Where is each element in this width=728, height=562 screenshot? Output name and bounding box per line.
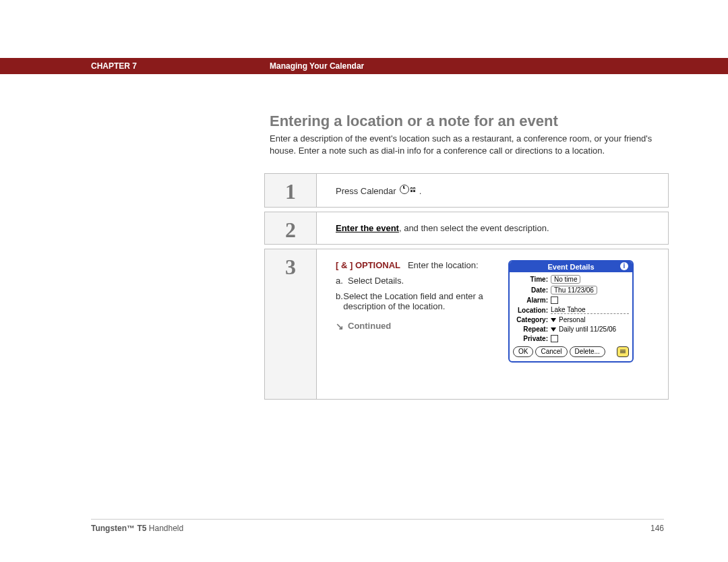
location-row: Location: Lake Tahoe bbox=[513, 306, 629, 314]
dialog-title: Event Details bbox=[547, 263, 594, 271]
step-number-cell: 2 bbox=[264, 212, 317, 245]
alarm-label: Alarm: bbox=[513, 296, 548, 304]
substep-list: a. Select Details. b. Select the Locatio… bbox=[336, 276, 496, 311]
note-button[interactable] bbox=[617, 346, 629, 357]
step-text-after: . bbox=[419, 186, 422, 196]
step-body: [ & ] OPTIONAL Enter the location: a. Se… bbox=[317, 249, 669, 400]
date-label: Date: bbox=[513, 286, 548, 294]
delete-button[interactable]: Delete... bbox=[570, 346, 605, 357]
step-text: , and then select the event description. bbox=[399, 223, 549, 233]
section-heading: Entering a location or a note for an eve… bbox=[270, 113, 558, 130]
repeat-row: Repeat: Daily until 11/25/06 bbox=[513, 325, 629, 333]
alarm-checkbox[interactable] bbox=[551, 296, 558, 304]
dialog-title-bar: Event Details i bbox=[510, 261, 632, 272]
step-2: 2 Enter the event, and then select the e… bbox=[264, 212, 669, 245]
optional-text: Enter the location: bbox=[408, 260, 479, 270]
step-number: 2 bbox=[285, 218, 296, 243]
step-text: Press Calendar bbox=[336, 186, 398, 196]
step-number: 1 bbox=[285, 179, 296, 204]
event-details-dialog: Event Details i Time: No time Date: Thu … bbox=[508, 260, 634, 363]
time-selector[interactable]: No time bbox=[551, 275, 580, 284]
continue-arrow-icon: ↘ bbox=[336, 321, 344, 331]
repeat-value[interactable]: Daily until 11/25/06 bbox=[559, 325, 616, 333]
category-value[interactable]: Personal bbox=[559, 316, 585, 323]
step-number: 3 bbox=[285, 255, 296, 280]
continued-text: Continued bbox=[348, 321, 391, 331]
step-body: Enter the event, and then select the eve… bbox=[317, 212, 669, 245]
clock-icon bbox=[400, 185, 409, 194]
list-marker: b. bbox=[336, 291, 343, 311]
chapter-label: CHAPTER 7 bbox=[91, 61, 137, 71]
calendar-dots-icon bbox=[411, 187, 415, 192]
product-name: Tungsten™ T5 Handheld bbox=[91, 524, 183, 533]
date-row: Date: Thu 11/23/06 bbox=[513, 286, 629, 294]
date-selector[interactable]: Thu 11/23/06 bbox=[551, 286, 597, 294]
time-row: Time: No time bbox=[513, 275, 629, 284]
page: { "header": { "chapter": "CHAPTER 7", "t… bbox=[0, 0, 728, 562]
intro-text: Enter a description of the event's locat… bbox=[270, 133, 666, 156]
info-icon[interactable]: i bbox=[620, 262, 628, 270]
category-label: Category: bbox=[513, 316, 548, 323]
ok-button[interactable]: OK bbox=[513, 346, 533, 357]
dialog-button-row: OK Cancel Delete... bbox=[513, 346, 629, 357]
private-checkbox[interactable] bbox=[551, 335, 558, 342]
optional-label: [ & ] OPTIONAL bbox=[336, 260, 400, 270]
cancel-button[interactable]: Cancel bbox=[535, 346, 567, 357]
enter-event-link[interactable]: Enter the event bbox=[336, 223, 399, 233]
step-number-cell: 3 bbox=[264, 249, 317, 400]
private-label: Private: bbox=[513, 335, 548, 342]
list-marker: a. bbox=[336, 276, 348, 286]
product-rest: Handheld bbox=[146, 524, 183, 533]
chapter-title: Managing Your Calendar bbox=[270, 61, 364, 71]
steps-container: 1 Press Calendar . 2 Enter the event, an… bbox=[264, 173, 669, 404]
list-item: a. Select Details. bbox=[336, 276, 496, 286]
page-footer: Tungsten™ T5 Handheld 146 bbox=[91, 519, 664, 533]
step-1: 1 Press Calendar . bbox=[264, 173, 669, 208]
dropdown-icon[interactable] bbox=[551, 318, 556, 322]
private-row: Private: bbox=[513, 335, 629, 342]
time-label: Time: bbox=[513, 276, 548, 283]
category-row: Category: Personal bbox=[513, 316, 629, 323]
repeat-label: Repeat: bbox=[513, 325, 548, 333]
step-left-column: [ & ] OPTIONAL Enter the location: a. Se… bbox=[336, 260, 496, 363]
list-item: b. Select the Location field and enter a… bbox=[336, 291, 496, 311]
product-bold: Tungsten™ T5 bbox=[91, 524, 146, 533]
note-icon bbox=[620, 350, 626, 354]
step-body: Press Calendar . bbox=[317, 173, 669, 208]
step-number-cell: 1 bbox=[264, 173, 317, 208]
continued-indicator: ↘ Continued bbox=[336, 321, 496, 331]
list-text: Select Details. bbox=[348, 276, 404, 286]
page-number: 146 bbox=[650, 524, 664, 533]
calendar-icon bbox=[400, 185, 415, 194]
step-3: 3 [ & ] OPTIONAL Enter the location: a. … bbox=[264, 249, 669, 400]
list-text: Select the Location field and enter a de… bbox=[343, 291, 496, 311]
dropdown-icon[interactable] bbox=[551, 327, 556, 332]
alarm-row: Alarm: bbox=[513, 296, 629, 304]
location-field[interactable]: Lake Tahoe bbox=[551, 306, 629, 314]
location-label: Location: bbox=[513, 307, 548, 314]
header-band: CHAPTER 7 Managing Your Calendar bbox=[0, 58, 728, 74]
dialog-body: Time: No time Date: Thu 11/23/06 Alarm: bbox=[510, 272, 632, 361]
